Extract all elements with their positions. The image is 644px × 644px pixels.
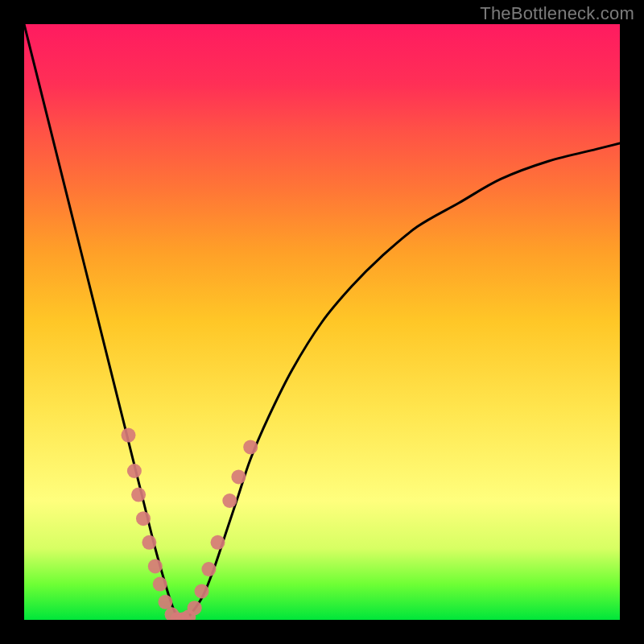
data-marker [243, 440, 258, 454]
data-marker [201, 562, 216, 576]
data-marker [211, 535, 225, 550]
data-marker [222, 493, 237, 508]
data-marker [122, 428, 136, 443]
plot-area [24, 24, 620, 620]
data-marker [188, 601, 202, 615]
data-marker [231, 469, 246, 484]
data-marker [131, 488, 146, 502]
data-marker [127, 464, 142, 478]
bottleneck-curve-svg [24, 24, 620, 620]
data-marker [148, 559, 163, 573]
data-marker [158, 595, 172, 609]
chart-frame: TheBottleneck.com [0, 0, 644, 644]
watermark-text: TheBottleneck.com [480, 3, 634, 24]
curve-markers [122, 428, 258, 620]
data-marker [195, 584, 209, 598]
data-marker [136, 511, 151, 526]
data-marker [142, 535, 156, 550]
bottleneck-curve [24, 24, 620, 620]
data-marker [153, 577, 167, 592]
